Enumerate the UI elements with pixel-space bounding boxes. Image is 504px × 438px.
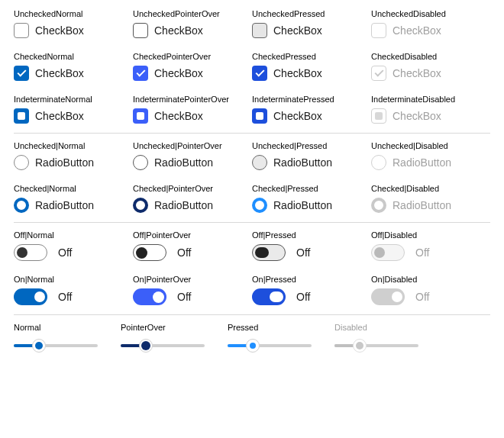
checkbox[interactable]	[133, 66, 148, 81]
state-label: Unchecked|Pressed	[252, 141, 371, 150]
checkbox-unchecked-disabled: UncheckedDisabled CheckBox	[371, 9, 490, 38]
checkbox-indeterminate-disabled: IndeterminateDisabled CheckBox	[371, 95, 490, 124]
toggle-knob	[136, 247, 147, 259]
toggle	[371, 244, 405, 261]
radio[interactable]	[252, 155, 267, 170]
checkbox[interactable]	[133, 23, 148, 38]
checkbox	[371, 23, 386, 38]
checkbox-checked-pressed: CheckedPressed CheckBox	[252, 52, 371, 81]
radio-label: RadioButton	[35, 156, 94, 169]
checkbox-unchecked-normal: UncheckedNormal CheckBox	[14, 9, 133, 38]
state-label: Off|Normal	[14, 230, 133, 240]
checkbox[interactable]	[252, 23, 267, 38]
checkbox-checked-disabled: CheckedDisabled CheckBox	[371, 52, 490, 81]
radio[interactable]	[133, 198, 148, 213]
radio-label: RadioButton	[393, 156, 451, 169]
state-label: Unchecked|PointerOver	[133, 141, 252, 150]
state-label: IndeterminatePointerOver	[133, 95, 252, 104]
checkbox-indeterminate-hover: IndeterminatePointerOver CheckBox	[133, 95, 252, 124]
check-icon	[255, 68, 264, 77]
toggle-off-pressed: Off|Pressed Off	[252, 230, 371, 261]
checkbox[interactable]	[14, 108, 29, 124]
toggle[interactable]	[252, 288, 286, 305]
radio-checked-normal: Checked|Normal RadioButton	[14, 184, 133, 213]
checkbox-label: CheckBox	[154, 67, 203, 79]
state-label: Normal	[14, 323, 98, 332]
toggle[interactable]	[14, 288, 47, 305]
slider[interactable]	[121, 338, 205, 353]
state-label: On|Disabled	[371, 275, 490, 284]
checkbox-indeterminate-pressed: IndeterminatePressed CheckBox	[252, 95, 371, 124]
checkbox-label: CheckBox	[273, 110, 322, 122]
slider-thumb[interactable]	[32, 339, 46, 353]
toggle-label: Off	[296, 246, 310, 259]
toggle	[371, 288, 405, 305]
radio-unchecked-hover: Unchecked|PointerOver RadioButton	[133, 141, 252, 170]
checkbox-label: CheckBox	[35, 24, 84, 37]
slider-hover: PointerOver	[121, 323, 205, 353]
toggle[interactable]	[14, 244, 47, 261]
slider[interactable]	[14, 338, 98, 353]
slider-states-section: Normal PointerOver Pressed Di	[14, 323, 490, 353]
radio[interactable]	[14, 198, 29, 213]
indeterminate-icon	[18, 112, 25, 120]
state-label: UncheckedPressed	[252, 9, 371, 18]
state-label: Checked|Pressed	[252, 184, 371, 193]
slider	[334, 338, 418, 353]
checkbox[interactable]	[14, 66, 29, 81]
checkbox-label: CheckBox	[154, 110, 203, 122]
radio-checked-disabled: Checked|Disabled RadioButton	[371, 184, 490, 213]
radio-states-section: Unchecked|Normal RadioButton Unchecked|P…	[14, 141, 490, 223]
state-label: Pressed	[228, 323, 312, 332]
toggle-off-hover: Off|PointerOver Off	[133, 230, 252, 261]
toggle-on-hover: On|PointerOver Off	[133, 275, 252, 305]
toggle[interactable]	[133, 244, 166, 261]
checkbox[interactable]	[252, 108, 267, 124]
toggle-off-disabled: Off|Disabled Off	[371, 230, 490, 261]
radio[interactable]	[252, 198, 267, 213]
checkbox[interactable]	[133, 108, 148, 124]
slider-thumb	[353, 339, 367, 353]
toggle-label: Off	[58, 246, 72, 259]
state-label: Off|Pressed	[252, 230, 371, 240]
slider-thumb[interactable]	[139, 339, 153, 353]
state-label: On|Normal	[14, 275, 133, 284]
radio-unchecked-disabled: Unchecked|Disabled RadioButton	[371, 141, 490, 170]
toggle-label: Off	[58, 291, 72, 303]
checkbox-label: CheckBox	[393, 24, 441, 37]
radio-label: RadioButton	[154, 199, 213, 211]
state-label: Disabled	[334, 323, 418, 332]
indeterminate-icon	[137, 112, 144, 120]
checkbox[interactable]	[14, 23, 29, 38]
state-label: On|Pressed	[252, 275, 371, 284]
radio-label: RadioButton	[273, 156, 332, 169]
checkbox-unchecked-pressed: UncheckedPressed CheckBox	[252, 9, 371, 38]
state-label: Checked|PointerOver	[133, 184, 252, 193]
state-label: Checked|Disabled	[371, 184, 490, 193]
radio-unchecked-normal: Unchecked|Normal RadioButton	[14, 141, 133, 170]
toggle-knob	[270, 291, 283, 302]
checkbox-label: CheckBox	[35, 110, 84, 122]
state-label: IndeterminateDisabled	[371, 95, 490, 104]
checkbox[interactable]	[252, 66, 267, 81]
toggle[interactable]	[133, 288, 166, 305]
checkbox-checked-hover: CheckedPointerOver CheckBox	[133, 52, 252, 81]
toggle-knob	[374, 247, 385, 258]
state-label: UncheckedNormal	[14, 9, 133, 18]
toggle-label: Off	[177, 291, 191, 303]
state-label: Unchecked|Disabled	[371, 141, 490, 150]
slider-pressed: Pressed	[228, 323, 312, 353]
checkbox-checked-normal: CheckedNormal CheckBox	[14, 52, 133, 81]
state-label: UncheckedDisabled	[371, 9, 490, 18]
slider-thumb[interactable]	[246, 339, 260, 353]
toggle[interactable]	[252, 244, 286, 261]
toggle-states-section: Off|Normal Off Off|PointerOver Off Off|P…	[14, 230, 490, 315]
indeterminate-icon	[256, 112, 263, 120]
state-label: IndeterminatePressed	[252, 95, 371, 104]
state-label: CheckedPointerOver	[133, 52, 252, 61]
indeterminate-icon	[375, 112, 383, 120]
slider[interactable]	[228, 338, 312, 353]
radio[interactable]	[133, 155, 148, 170]
radio[interactable]	[14, 155, 29, 170]
checkbox-label: CheckBox	[35, 67, 84, 79]
